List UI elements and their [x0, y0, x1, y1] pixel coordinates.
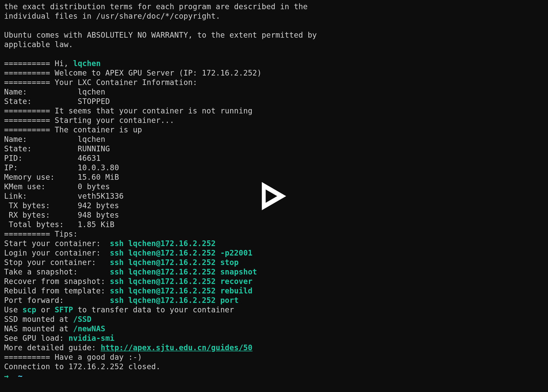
text-line: applicable law.: [4, 40, 73, 49]
text-line: ========== Welcome to APEX GPU Server (I…: [4, 69, 262, 77]
ssd-mount-path: /SSD: [73, 315, 91, 324]
text-line: the exact distribution terms for each pr…: [4, 2, 308, 11]
container-pid-line: PID: 46631: [4, 154, 101, 163]
tip-rebuild-cmd: ssh lqchen@172.16.2.252 rebuild: [110, 287, 252, 295]
text-line: ========== It seems that your container …: [4, 107, 252, 115]
nas-mount-label: NAS mounted at: [4, 324, 73, 333]
tip-stop-label: Stop your container:: [4, 258, 110, 267]
text-line: ========== Have a good day :-): [4, 353, 142, 362]
guide-label: More detailed guide:: [4, 343, 101, 352]
ssd-mount-label: SSD mounted at: [4, 315, 73, 324]
nas-mount-path: /newNAS: [73, 324, 105, 333]
tip-snapshot-label: Take a snapshot:: [4, 268, 110, 276]
tip-transfer-prefix: Use: [4, 305, 23, 314]
container-memory-line: Memory use: 15.60 MiB: [4, 173, 119, 182]
username: lqchen: [73, 59, 101, 68]
container-name-line: Name: lqchen: [4, 135, 105, 144]
text-line: Ubuntu comes with ABSOLUTELY NO WARRANTY…: [4, 31, 317, 39]
tip-login-cmd: ssh lqchen@172.16.2.252 -p22001: [110, 249, 252, 257]
play-button-overlay[interactable]: [262, 182, 286, 210]
container-tx-line: TX bytes: 942 bytes: [4, 201, 119, 210]
tip-recover-label: Recover from snapshot:: [4, 277, 110, 286]
tip-start-label: Start your container:: [4, 239, 110, 248]
nvidia-smi-cmd: nvidia-smi: [68, 334, 114, 343]
text-line: ========== Your LXC Container Informatio…: [4, 78, 197, 87]
sftp-cmd: SFTP: [55, 305, 73, 314]
scp-cmd: scp: [23, 305, 36, 314]
container-ip-line: IP: 10.0.3.80: [4, 163, 119, 172]
container-total-line: Total bytes: 1.85 KiB: [4, 220, 114, 229]
text-line: individual files in /usr/share/doc/*/cop…: [4, 12, 220, 20]
container-state-line: State: STOPPED: [4, 97, 110, 106]
gpu-load-label: See GPU load:: [4, 334, 68, 343]
tip-rebuild-label: Rebuild from template:: [4, 287, 110, 295]
guide-url: http://apex.sjtu.edu.cn/guides/50: [101, 343, 252, 352]
container-link-line: Link: veth5K1336: [4, 192, 124, 200]
text-line: ========== The container is up: [4, 125, 142, 134]
tip-transfer-mid: or: [36, 305, 55, 314]
text-line: ========== Hi,: [4, 59, 73, 68]
tip-transfer-suffix: to transfer data to your container: [73, 305, 234, 314]
text-line: ========== Tips:: [4, 230, 78, 238]
tip-login-label: Login your container:: [4, 249, 110, 257]
container-name-line: Name: lqchen: [4, 88, 105, 96]
tip-recover-cmd: ssh lqchen@172.16.2.252 recover: [110, 277, 252, 286]
container-kmem-line: KMem use: 0 bytes: [4, 182, 110, 191]
prompt-arrow-icon: →: [4, 372, 18, 380]
prompt-cwd[interactable]: ~: [18, 372, 23, 380]
tip-start-cmd: ssh lqchen@172.16.2.252: [110, 239, 216, 248]
tip-port-cmd: ssh lqchen@172.16.2.252 port: [110, 296, 239, 305]
connection-closed-line: Connection to 172.16.2.252 closed.: [4, 362, 161, 371]
play-icon: [262, 182, 286, 210]
tip-port-label: Port forward:: [4, 296, 110, 305]
tip-snapshot-cmd: ssh lqchen@172.16.2.252 snapshot: [110, 268, 257, 276]
tip-stop-cmd: ssh lqchen@172.16.2.252 stop: [110, 258, 239, 267]
text-line: ========== Starting your container...: [4, 116, 174, 125]
container-state-line: State: RUNNING: [4, 144, 110, 153]
container-rx-line: RX bytes: 948 bytes: [4, 211, 119, 219]
